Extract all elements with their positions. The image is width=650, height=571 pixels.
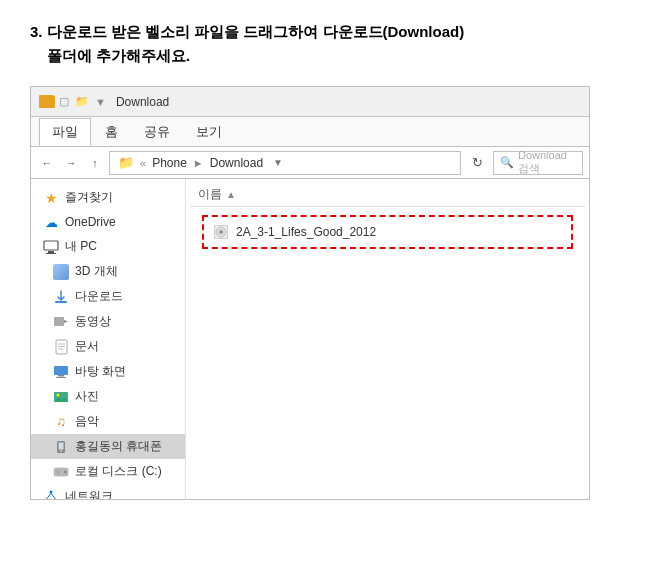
ribbon-tab-share[interactable]: 공유 — [132, 119, 182, 145]
address-path[interactable]: 📁 « Phone ► Download ▼ — [109, 151, 461, 175]
ribbon-tab-view[interactable]: 보기 — [184, 119, 234, 145]
path-dropdown: ▼ — [273, 157, 283, 168]
phone-icon — [53, 439, 69, 455]
cloud-icon: ☁ — [43, 214, 59, 230]
column-header: 이름 ▲ — [190, 183, 585, 207]
search-box[interactable]: 🔍 Download 검색 — [493, 151, 583, 175]
explorer-window: ▢ 📁 ▼ Download 파일 홈 공유 보기 ← → ↑ 📁 « Phon… — [30, 86, 590, 500]
search-placeholder: Download 검색 — [518, 149, 576, 176]
desktop-icon — [53, 364, 69, 380]
title-bar-label: Download — [116, 95, 169, 109]
file-name: 2A_3-1_Lifes_Good_2012 — [236, 225, 376, 239]
sidebar-label-downloads: 다운로드 — [75, 288, 123, 305]
path-download: Download — [210, 156, 263, 170]
svg-rect-6 — [56, 340, 67, 354]
sidebar-item-phone[interactable]: 홍길동의 휴대폰 — [31, 434, 185, 459]
path-separator1: « — [140, 157, 146, 169]
svg-rect-11 — [58, 375, 64, 377]
content-area: 이름 ▲ 2A_3-1_Lifes_Good_2012 — [186, 179, 589, 499]
sidebar-item-photos[interactable]: 사진 — [31, 384, 185, 409]
sidebar-label-network: 네트워크 — [65, 488, 113, 499]
svg-rect-2 — [46, 253, 56, 254]
refresh-button[interactable]: ↻ — [465, 151, 489, 175]
network-icon — [43, 489, 59, 500]
up-button[interactable]: ↑ — [85, 153, 105, 173]
title-icon-row: ▢ 📁 ▼ — [39, 95, 106, 108]
svg-point-14 — [57, 393, 60, 396]
sidebar-label-phone: 홍길동의 휴대폰 — [75, 438, 162, 455]
sidebar-label-music: 음악 — [75, 413, 99, 430]
sidebar-item-downloads[interactable]: 다운로드 — [31, 284, 185, 309]
sidebar-item-localdisk[interactable]: 로컬 디스크 (C:) — [31, 459, 185, 484]
svg-point-20 — [64, 470, 67, 473]
sort-arrow: ▲ — [226, 189, 236, 200]
sidebar-label-desktop: 바탕 화면 — [75, 363, 126, 380]
title-bar: ▢ 📁 ▼ Download — [31, 87, 589, 117]
sidebar-label-mypc: 내 PC — [65, 238, 97, 255]
sidebar-item-3dobjects[interactable]: 3D 개체 — [31, 259, 185, 284]
instruction-text-line1: 다운로드 받은 벨소리 파일을 드래그하여 다운로드(Download) — [47, 23, 465, 40]
sidebar-label-photos: 사진 — [75, 388, 99, 405]
path-folder-icon: 📁 — [118, 155, 134, 170]
sidebar-item-onedrive[interactable]: ☁ OneDrive — [31, 210, 185, 234]
svg-rect-1 — [48, 251, 54, 253]
sidebar-label-onedrive: OneDrive — [65, 215, 116, 229]
name-column-header: 이름 ▲ — [198, 186, 577, 203]
svg-point-23 — [50, 490, 53, 493]
document-icon — [53, 339, 69, 355]
sidebar-label-videos: 동영상 — [75, 313, 111, 330]
pc-icon — [43, 239, 59, 255]
svg-rect-3 — [55, 301, 67, 303]
sidebar-label-favorites: 즐겨찾기 — [65, 189, 113, 206]
svg-rect-17 — [59, 442, 64, 449]
instruction-text-line2: 폴더에 추가해주세요. — [47, 47, 190, 64]
star-icon: ★ — [43, 190, 59, 206]
title-check-icon: ▢ — [59, 95, 69, 108]
ribbon-tab-home[interactable]: 홈 — [93, 119, 130, 145]
threed-icon — [53, 264, 69, 280]
instruction-block: 3. 다운로드 받은 벨소리 파일을 드래그하여 다운로드(Download) … — [30, 20, 620, 68]
svg-rect-0 — [44, 241, 58, 250]
highlighted-file-item[interactable]: 2A_3-1_Lifes_Good_2012 — [202, 215, 573, 249]
path-separator2: ► — [193, 157, 204, 169]
path-phone: Phone — [152, 156, 187, 170]
main-area: ★ 즐겨찾기 ☁ OneDrive — [31, 179, 589, 499]
sidebar-item-network[interactable]: 네트워크 — [31, 484, 185, 499]
svg-marker-5 — [64, 320, 68, 323]
sidebar-item-videos[interactable]: 동영상 — [31, 309, 185, 334]
sidebar-item-mypc[interactable]: 내 PC — [31, 234, 185, 259]
sidebar-item-favorites[interactable]: ★ 즐겨찾기 — [31, 185, 185, 210]
forward-button[interactable]: → — [61, 153, 81, 173]
title-dropdown-arrow: ▼ — [95, 96, 106, 108]
audio-file-icon — [214, 225, 228, 239]
music-icon: ♫ — [53, 414, 69, 430]
sidebar-label-localdisk: 로컬 디스크 (C:) — [75, 463, 162, 480]
video-icon — [53, 314, 69, 330]
back-button[interactable]: ← — [37, 153, 57, 173]
sidebar-item-desktop[interactable]: 바탕 화면 — [31, 359, 185, 384]
photo-icon — [53, 389, 69, 405]
title-folder-icon — [39, 95, 55, 108]
sidebar-label-3dobjects: 3D 개체 — [75, 263, 118, 280]
instruction-number: 3. — [30, 23, 43, 40]
name-column-label: 이름 — [198, 186, 222, 203]
sidebar-item-music[interactable]: ♫ 음악 — [31, 409, 185, 434]
svg-rect-12 — [56, 377, 66, 378]
svg-rect-4 — [54, 317, 64, 326]
svg-point-30 — [219, 230, 223, 234]
sidebar-item-documents[interactable]: 문서 — [31, 334, 185, 359]
ribbon-tab-file[interactable]: 파일 — [39, 118, 91, 146]
sidebar: ★ 즐겨찾기 ☁ OneDrive — [31, 179, 186, 499]
svg-line-26 — [46, 493, 51, 499]
address-bar: ← → ↑ 📁 « Phone ► Download ▼ ↻ 🔍 Downloa… — [31, 147, 589, 179]
hdd-icon — [53, 464, 69, 480]
search-icon: 🔍 — [500, 156, 514, 169]
title-folder-icon2: 📁 — [75, 95, 89, 108]
svg-rect-10 — [54, 366, 68, 375]
ribbon: 파일 홈 공유 보기 — [31, 117, 589, 147]
sidebar-label-documents: 문서 — [75, 338, 99, 355]
svg-point-18 — [60, 450, 62, 452]
download-icon — [53, 289, 69, 305]
svg-line-27 — [51, 493, 56, 499]
